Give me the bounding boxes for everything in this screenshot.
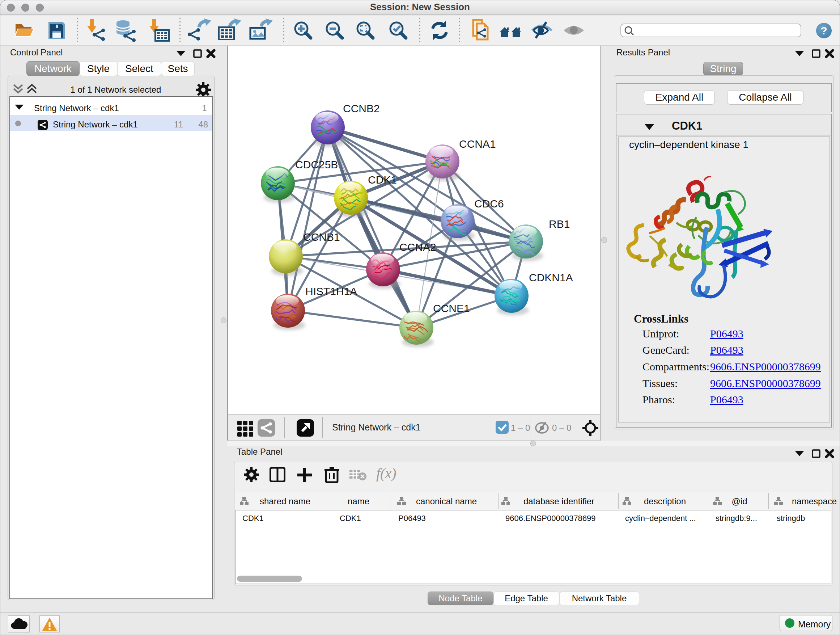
svg-text:CDKN1A: CDKN1A	[529, 272, 573, 283]
svg-text:RB1: RB1	[549, 218, 570, 230]
svg-text:HIST1H1A: HIST1H1A	[305, 285, 357, 297]
svg-text:CDC25B: CDC25B	[295, 158, 338, 171]
svg-text:CCNA1: CCNA1	[459, 138, 496, 150]
svg-text:CDK1: CDK1	[368, 174, 397, 186]
svg-text:CCNA2: CCNA2	[399, 241, 436, 253]
svg-text:CCNB2: CCNB2	[343, 103, 380, 114]
svg-text:CDC6: CDC6	[474, 198, 504, 210]
svg-text:CCNB1: CCNB1	[303, 231, 340, 243]
svg-text:CCNE1: CCNE1	[433, 302, 470, 314]
